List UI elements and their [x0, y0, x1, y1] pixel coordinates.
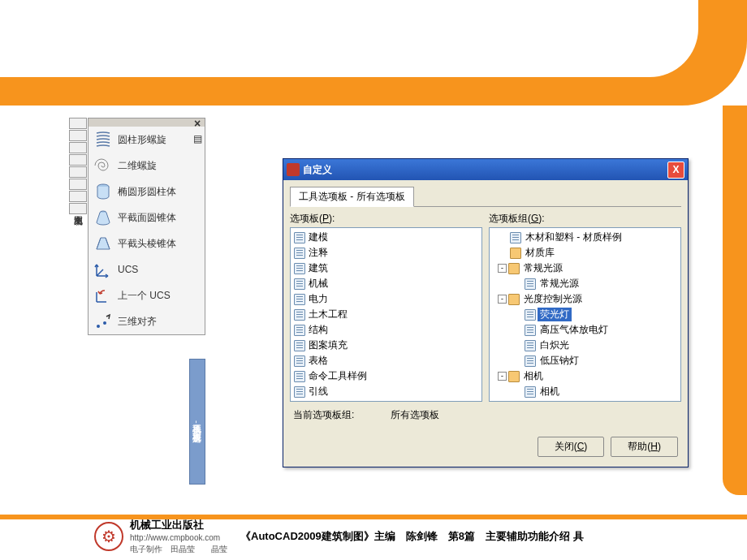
list-item-label: 电力 [309, 292, 328, 306]
list-item-label: 结构 [309, 323, 328, 337]
tree-item[interactable]: 荧光灯 [491, 307, 679, 322]
palette-list-item[interactable]: 引线 [292, 384, 480, 399]
palette-title-bar[interactable]: 工具选项板 - 所有选项板 [189, 359, 205, 485]
publisher-logo-icon: ⚙ [94, 522, 123, 551]
tree-item[interactable]: 白炽光 [491, 338, 679, 353]
vertical-tab[interactable]: 土木工程 [69, 179, 87, 190]
folder-icon [508, 263, 520, 274]
dialog-close-button[interactable]: X [667, 162, 684, 179]
page-icon [525, 386, 536, 398]
palette-tool-item[interactable]: 三维对齐 [89, 308, 205, 334]
ucs-icon [93, 260, 113, 279]
palette-tool-label: 椭圆形圆柱体 [118, 185, 176, 199]
palette-group-tree[interactable]: 木材和塑料 - 材质样例材质库-常规光源常规光源-光度控制光源荧光灯高压气体放电… [489, 227, 681, 402]
vertical-tab[interactable]: 注释 [69, 130, 87, 141]
collapse-icon[interactable]: - [498, 264, 507, 273]
tree-item-label: 高压气体放电灯 [538, 323, 611, 337]
palette-list-item[interactable]: 建模 [292, 230, 480, 245]
palette-tool-item[interactable]: 平截面圆锥体 [89, 205, 205, 230]
page-icon [525, 278, 536, 290]
palette-list-item[interactable]: 绘图 [292, 399, 480, 402]
ucs-prev-icon [93, 286, 113, 305]
options-icon[interactable]: ▤ [188, 133, 206, 144]
palette-tool-item[interactable]: UCS [89, 256, 205, 282]
page-icon [294, 402, 305, 403]
tree-item[interactable]: -相机 [491, 368, 679, 384]
palette-tool-item[interactable]: 上一个 UCS [89, 282, 205, 308]
tree-item[interactable]: 常规光源 [491, 276, 679, 291]
vertical-tab[interactable]: 透视 [69, 118, 87, 129]
palette-tool-label: 平截头棱锥体 [118, 237, 176, 251]
publisher-url: http://www.cmpbook.com [130, 532, 227, 544]
vertical-tab[interactable]: 机械 [69, 154, 87, 166]
palette-tool-item[interactable]: 二维螺旋 [89, 153, 205, 179]
palette-list-item[interactable]: 机械 [292, 276, 480, 291]
palette-tool-label: 三维对齐 [118, 315, 157, 329]
palette-list-item[interactable]: 建筑 [292, 261, 480, 276]
tree-item-label: 常规光源 [521, 261, 565, 275]
svg-point-2 [97, 325, 100, 328]
collapse-icon[interactable]: - [498, 295, 507, 304]
page-icon [294, 294, 305, 305]
palette-list-item[interactable]: 结构 [292, 322, 480, 338]
tree-item-label: 相机 [538, 385, 562, 398]
close-button[interactable]: 关闭(C) [538, 437, 605, 457]
close-icon[interactable]: × [188, 117, 206, 130]
tab-all-palettes[interactable]: 工具选项板 - 所有选项板 [290, 187, 414, 207]
page-icon [294, 263, 305, 274]
header-orange-shape [0, 0, 747, 106]
tree-item[interactable]: 低压钠灯 [491, 353, 679, 368]
palette-listbox[interactable]: 建模注释建筑机械电力土木工程结构图案填充表格命令工具样例引线绘图修改混凝土 - … [290, 227, 482, 402]
tree-item[interactable]: -常规光源 [491, 261, 679, 276]
list-item-label: 表格 [309, 354, 328, 368]
palette-list-item[interactable]: 表格 [292, 353, 480, 368]
vertical-tab[interactable]: 建模 [69, 142, 87, 153]
palette-list-item[interactable]: 注释 [292, 245, 480, 261]
tree-item-label: 白炽光 [538, 338, 572, 352]
tree-item[interactable]: 木材和塑料 - 材质样例 [491, 230, 679, 245]
align-icon [93, 312, 113, 331]
tree-item-label: 相机 [521, 369, 546, 383]
page-icon [294, 325, 305, 336]
list-item-label: 建筑 [309, 261, 328, 275]
palette-list-item[interactable]: 电力 [292, 291, 480, 307]
page-icon [294, 232, 305, 243]
tree-item[interactable]: -视觉样式 [491, 399, 679, 402]
palette-list-item[interactable]: 土木工程 [292, 307, 480, 322]
folder-icon [508, 294, 520, 305]
page-icon [294, 386, 305, 398]
tree-item[interactable]: 材质库 [491, 245, 679, 261]
palette-tool-label: 上一个 UCS [118, 289, 171, 303]
page-icon [525, 355, 536, 367]
palette-tool-item[interactable]: 圆柱形螺旋 [89, 127, 205, 153]
palette-tool-item[interactable]: 椭圆形圆柱体 [89, 179, 205, 205]
dialog-titlebar[interactable]: 自定义 X [283, 159, 688, 180]
tree-item[interactable]: 高压气体放电灯 [491, 322, 679, 338]
page-icon [294, 278, 305, 290]
collapse-icon[interactable]: - [498, 372, 507, 381]
publisher-credit: 电子制作 田晶莹 晶莹 [130, 544, 227, 555]
tree-item[interactable]: 相机 [491, 384, 679, 399]
palette-tool-label: UCS [118, 264, 138, 275]
vertical-tab[interactable]: 电力 [69, 166, 87, 178]
svg-point-3 [103, 321, 106, 325]
dialog-app-icon [287, 163, 300, 176]
cylinder-icon [93, 182, 113, 201]
list-item-label: 绘图 [309, 400, 328, 402]
list-item-label: 注释 [309, 246, 328, 260]
help-button[interactable]: 帮助(H) [611, 437, 678, 457]
palette-list-item[interactable]: 命令工具样例 [292, 368, 480, 384]
vertical-tab[interactable]: 图案填充 [69, 203, 87, 214]
palette-list-item[interactable]: 图案填充 [292, 338, 480, 353]
page-icon [294, 340, 305, 351]
page-icon [294, 355, 305, 367]
tree-item[interactable]: -光度控制光源 [491, 291, 679, 307]
pyramid-icon [93, 234, 113, 253]
page-icon [294, 371, 305, 382]
list-item-label: 图案填充 [309, 338, 348, 352]
palette-tool-item[interactable]: 平截头棱锥体 [89, 230, 205, 256]
vertical-tab[interactable]: 结构 [69, 191, 87, 202]
right-tree-label: 选项板组(G): [489, 212, 681, 226]
palette-drag-header[interactable] [89, 118, 205, 127]
tree-item-label: 视觉样式 [521, 400, 565, 402]
